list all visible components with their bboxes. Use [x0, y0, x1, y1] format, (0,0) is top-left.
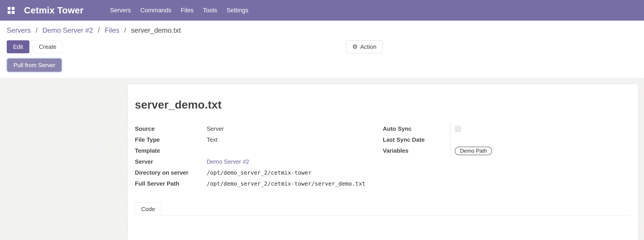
- field-label-variables: Variables: [383, 147, 450, 154]
- field-label-template: Template: [135, 147, 207, 154]
- menu-item-servers[interactable]: Servers: [110, 7, 131, 14]
- field-row-file-type: File Type Text: [135, 134, 383, 145]
- auto-sync-value-cell: [450, 123, 630, 134]
- field-row-directory: Directory on server /opt/demo_server_2/c…: [135, 167, 383, 178]
- breadcrumb-demo-server[interactable]: Demo Server #2: [42, 26, 93, 34]
- menu-item-tools[interactable]: Tools: [203, 7, 217, 14]
- field-label-last-sync-date: Last Sync Date: [383, 136, 450, 143]
- control-panel: Servers / Demo Server #2 / Files / serve…: [0, 21, 644, 78]
- menu-item-files[interactable]: Files: [181, 7, 194, 14]
- breadcrumb: Servers / Demo Server #2 / Files / serve…: [7, 26, 637, 34]
- field-value-full-path: /opt/demo_server_2/cetmix-tower/server_d…: [207, 180, 365, 187]
- field-label-file-type: File Type: [135, 136, 207, 143]
- last-sync-date-value-cell: [450, 134, 630, 145]
- field-row-full-path: Full Server Path /opt/demo_server_2/cetm…: [135, 178, 383, 189]
- notebook: Code: [135, 203, 630, 240]
- form-sheet: server_demo.txt Source Server File Type …: [128, 84, 638, 240]
- field-row-variables: Variables Demo Path: [383, 145, 630, 156]
- field-value-file-type: Text: [207, 136, 218, 143]
- variable-tag-demo-path: Demo Path: [455, 147, 492, 155]
- field-group-right: Auto Sync Last Sync Date Variables Demo …: [383, 123, 630, 156]
- variables-value-cell: Demo Path: [450, 145, 630, 156]
- breadcrumb-separator: /: [124, 26, 126, 34]
- field-label-server: Server: [135, 158, 207, 165]
- breadcrumb-current-file: server_demo.txt: [131, 26, 181, 34]
- field-groups: Source Server File Type Text Template Se…: [135, 123, 630, 189]
- pull-from-server-button[interactable]: Pull from Server: [7, 59, 62, 72]
- field-value-source: Server: [207, 125, 224, 132]
- create-button[interactable]: Create: [32, 40, 62, 53]
- top-navbar: Cetmix Tower Servers Commands Files Tool…: [0, 0, 644, 21]
- record-title: server_demo.txt: [135, 98, 630, 111]
- pull-row: Pull from Server: [7, 58, 637, 78]
- field-group-left: Source Server File Type Text Template Se…: [135, 123, 383, 189]
- gear-icon: ⚙: [352, 44, 358, 50]
- auto-sync-checkbox[interactable]: [455, 126, 461, 132]
- field-row-last-sync-date: Last Sync Date: [383, 134, 630, 145]
- main-menu: Servers Commands Files Tools Settings: [110, 7, 248, 14]
- breadcrumb-separator: /: [98, 26, 100, 34]
- edit-button[interactable]: Edit: [7, 40, 30, 53]
- tab-headers: Code: [135, 203, 630, 216]
- field-value-server-link[interactable]: Demo Server #2: [207, 158, 249, 165]
- field-value-directory: /opt/demo_server_2/cetmix-tower: [207, 169, 312, 176]
- menu-item-settings[interactable]: Settings: [226, 7, 248, 14]
- field-label-directory: Directory on server: [135, 169, 207, 176]
- field-row-auto-sync: Auto Sync: [383, 123, 630, 134]
- form-view-background: server_demo.txt Source Server File Type …: [0, 78, 644, 240]
- field-row-source: Source Server: [135, 123, 383, 134]
- field-row-server: Server Demo Server #2: [135, 156, 383, 167]
- tab-code-content: [135, 216, 630, 240]
- brand-title[interactable]: Cetmix Tower: [24, 5, 84, 15]
- breadcrumb-servers[interactable]: Servers: [7, 26, 31, 34]
- tab-code[interactable]: Code: [135, 203, 161, 216]
- breadcrumb-separator: /: [36, 26, 38, 34]
- button-row: Edit Create ⚙ Action: [7, 40, 637, 53]
- breadcrumb-files[interactable]: Files: [104, 26, 119, 34]
- action-button[interactable]: ⚙ Action: [346, 40, 382, 53]
- field-row-template: Template: [135, 145, 383, 156]
- field-label-source: Source: [135, 125, 207, 132]
- field-label-auto-sync: Auto Sync: [383, 125, 450, 132]
- menu-item-commands[interactable]: Commands: [140, 7, 171, 14]
- apps-grid-icon[interactable]: [8, 7, 14, 14]
- field-label-full-path: Full Server Path: [135, 180, 207, 187]
- action-button-label: Action: [360, 43, 376, 50]
